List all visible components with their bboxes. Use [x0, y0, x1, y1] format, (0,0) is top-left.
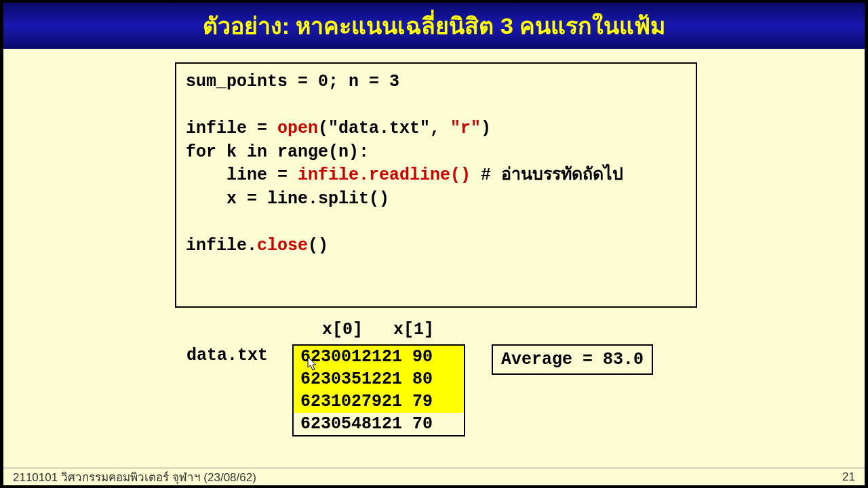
file-row: 6230351221 80	[294, 368, 464, 390]
code-line-6: infile.close()	[186, 235, 686, 258]
code-line-3: for k in range(n):	[186, 141, 686, 165]
page-number: 21	[842, 470, 855, 484]
slide-title: ตัวอย่าง: หาคะแนนเฉลี่ยนิสิต 3 คนแรกในแฟ…	[203, 7, 666, 44]
file-row: 6230548121 70	[294, 413, 464, 435]
code-block: sum_points = 0; n = 3 infile = open("dat…	[175, 62, 697, 308]
average-box: Average = 83.0	[492, 344, 653, 375]
footer-left: 2110101 วิศวกรรมคอมพิวเตอร์ จุฬาฯ (23/08…	[13, 468, 256, 486]
file-row: 6231027921 79	[294, 390, 464, 413]
footer: 2110101 วิศวกรรมคอมพิวเตอร์ จุฬาฯ (23/08…	[3, 468, 865, 485]
code-line-blank2	[186, 211, 686, 235]
data-file-label: data.txt	[186, 346, 268, 365]
file-row: 6230012121 90	[294, 346, 464, 368]
code-line-1: sum_points = 0; n = 3	[186, 70, 686, 94]
code-line-5: x = line.split()	[186, 188, 686, 211]
data-file-box: 6230012121 90 6230351221 80 6231027921 7…	[292, 344, 465, 436]
code-line-4: line = infile.readline() # อ่านบรรทัดถัด…	[186, 164, 686, 188]
slide: ตัวอย่าง: หาคะแนนเฉลี่ยนิสิต 3 คนแรกในแฟ…	[3, 3, 865, 485]
code-line-blank1	[186, 94, 686, 118]
index-labels: x[0] x[1]	[322, 320, 434, 340]
code-line-2: infile = open("data.txt", "r")	[186, 117, 686, 141]
title-bar: ตัวอย่าง: หาคะแนนเฉลี่ยนิสิต 3 คนแรกในแฟ…	[3, 3, 865, 49]
